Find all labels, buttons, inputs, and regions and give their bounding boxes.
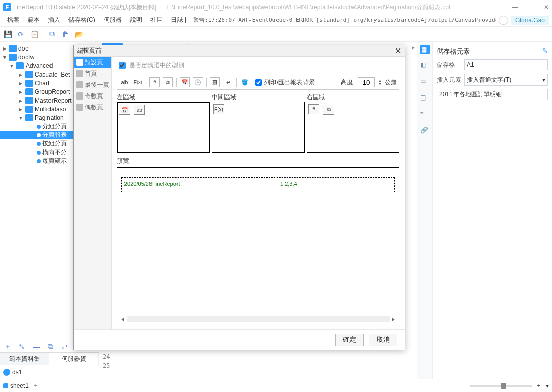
zoom-in-icon[interactable]: ＋ (536, 381, 542, 390)
tree-node[interactable]: Multidataso (35, 106, 66, 113)
search-icon[interactable] (499, 16, 508, 25)
tree-node[interactable]: GroupReport (35, 88, 70, 95)
define-type-check-input[interactable] (119, 62, 126, 69)
zoom-out-icon[interactable]: — (460, 382, 466, 389)
date-icon[interactable]: 📅 (180, 77, 190, 87)
time-icon[interactable]: 🕒 (193, 77, 203, 87)
cell-attr-icon[interactable]: ◧ (420, 61, 430, 70)
preview-date-text: 2020/05/26FineReport (124, 181, 180, 187)
menu-insert[interactable]: 插入 (44, 16, 64, 24)
menu-server[interactable]: 伺服器 (99, 16, 126, 24)
tree-file[interactable]: 橫向不分 (42, 148, 67, 157)
scrollbar[interactable] (127, 316, 390, 322)
cell-label: 儲存格 (437, 61, 464, 69)
copy-icon[interactable]: ⧉ (47, 30, 57, 39)
tab-even-page[interactable]: 偶數頁 (74, 102, 111, 113)
chip-pages-icon[interactable]: ⧉ (323, 105, 334, 115)
cell-text-input[interactable]: 2011年各地區訂單明細 (437, 89, 548, 100)
chip-fx[interactable]: F(x) (213, 104, 224, 114)
condition-icon[interactable]: ◫ (420, 94, 430, 103)
zone-right-label: 右區域 (307, 93, 399, 102)
bottom-bar: sheet1 ＋ — ＋ ▾ (0, 379, 552, 392)
zone-middle[interactable]: F(x) (212, 102, 305, 153)
zone-right[interactable]: # ⧉ (307, 102, 399, 153)
cell-value[interactable]: A1 (464, 59, 548, 70)
menu-community[interactable]: 社區 (146, 16, 167, 24)
open-icon[interactable]: 📂 (74, 30, 83, 39)
close-icon[interactable]: ✕ (395, 46, 402, 56)
cancel-button[interactable]: 取消 (369, 334, 397, 346)
tree-node[interactable]: Cacuate_Bet (35, 71, 70, 78)
insert-type-select[interactable]: 插入普通文字(T)▾ (464, 74, 548, 86)
tree-file[interactable]: 按組分頁 (42, 139, 67, 148)
define-type-checkbox[interactable]: 是否定義選中的型別 (117, 61, 399, 70)
tab-default-page[interactable]: 預設頁 (74, 57, 111, 68)
height-up-icon[interactable]: ▲ (378, 79, 382, 82)
tree-file[interactable]: 分組分頁 (42, 122, 67, 131)
expand-icon[interactable]: ▭ (420, 78, 430, 87)
chip-ab[interactable]: ab (134, 105, 145, 115)
zone-left[interactable]: 📅 ab (117, 102, 210, 153)
chip-page-icon[interactable]: # (308, 104, 319, 114)
menu-help[interactable]: 說明 (126, 16, 146, 24)
trash-icon[interactable]: 🗑 (61, 30, 70, 39)
filter-icon[interactable]: ≡ (420, 110, 430, 119)
tree-file[interactable]: 每頁顯示 (42, 157, 67, 165)
tree-node[interactable]: MasterReport (35, 97, 72, 104)
tree-node[interactable]: Advanced (26, 62, 53, 69)
zone-left-label: 左區域 (117, 93, 210, 102)
menu-template[interactable]: 範本 (23, 16, 44, 24)
cell-element-icon[interactable]: ▦ (420, 45, 430, 54)
scroll-left-icon[interactable]: ◂ (119, 315, 127, 323)
menu-log[interactable]: 日誌 | (167, 16, 190, 24)
formula-icon[interactable]: F(x) (133, 77, 143, 87)
height-input[interactable] (358, 77, 375, 87)
sheet-tab[interactable]: sheet1 (3, 382, 29, 389)
ok-button[interactable]: 確定 (335, 334, 364, 346)
page-icon[interactable]: # (149, 77, 160, 87)
add-sheet-icon[interactable]: ＋ (33, 381, 39, 390)
tree-node[interactable]: doc (18, 45, 28, 52)
paste-icon[interactable]: 📋 (30, 30, 39, 39)
menu-file[interactable]: 檔案 (3, 16, 23, 24)
link-icon[interactable]: 🔗 (420, 127, 430, 136)
text-icon[interactable]: ab (119, 77, 130, 87)
add-icon[interactable]: ＋ (3, 342, 12, 351)
right-heading: 儲存格元素 (437, 47, 470, 56)
tab-template-dataset[interactable]: 範本資料集 (0, 353, 49, 365)
tree-node[interactable]: Pagination (35, 114, 64, 121)
maximize-icon[interactable]: ☐ (528, 4, 534, 11)
refresh-icon[interactable]: ⟳ (16, 30, 26, 39)
minimize-icon[interactable]: — (512, 4, 518, 11)
menu-cell[interactable]: 儲存格(C) (64, 16, 99, 24)
edit-icon[interactable]: ✎ (17, 342, 27, 351)
tab-first-page[interactable]: 首頁 (74, 68, 111, 79)
delete-icon[interactable]: — (32, 342, 41, 351)
dataset-name[interactable]: ds1 (12, 369, 22, 376)
switch-icon[interactable]: ⇄ (60, 342, 69, 351)
print-background-checkbox[interactable]: 列印/匯出報表背景 (253, 78, 315, 87)
save-icon[interactable]: 💾 (3, 30, 12, 39)
print-bg-check-input[interactable] (255, 79, 262, 86)
edit-pencil-icon[interactable]: ✎ (542, 47, 548, 56)
tab-odd-page[interactable]: 奇數頁 (74, 90, 111, 102)
tree-node[interactable]: doctw (18, 54, 34, 61)
tab-server-dataset[interactable]: 伺服器資 (49, 353, 99, 365)
close-window-icon[interactable]: ✕ (544, 4, 549, 11)
chevron-right-icon[interactable]: ▸ (412, 44, 415, 51)
zoom-dropdown[interactable]: ▾ (546, 382, 549, 389)
app-logo-icon: F (3, 3, 11, 11)
newline-icon[interactable]: ↵ (223, 77, 233, 87)
scroll-right-icon[interactable]: ▸ (390, 315, 397, 323)
height-down-icon[interactable]: ▼ (378, 82, 382, 86)
tab-last-page[interactable]: 最後一頁 (74, 79, 111, 90)
tree-file-selected[interactable]: 分頁報表 (42, 131, 67, 139)
background-icon[interactable]: 🪣 (240, 77, 250, 87)
chip-date-icon[interactable]: 📅 (119, 105, 130, 115)
tree-node[interactable]: Chart (35, 80, 49, 87)
copy2-icon[interactable]: ⧉ (46, 342, 55, 351)
image-icon[interactable]: 🖼 (210, 77, 220, 87)
user-label[interactable]: Gloria.Gao (511, 16, 549, 25)
preview-label: 預覽 (117, 157, 399, 165)
pages-icon[interactable]: ⧉ (163, 77, 173, 87)
